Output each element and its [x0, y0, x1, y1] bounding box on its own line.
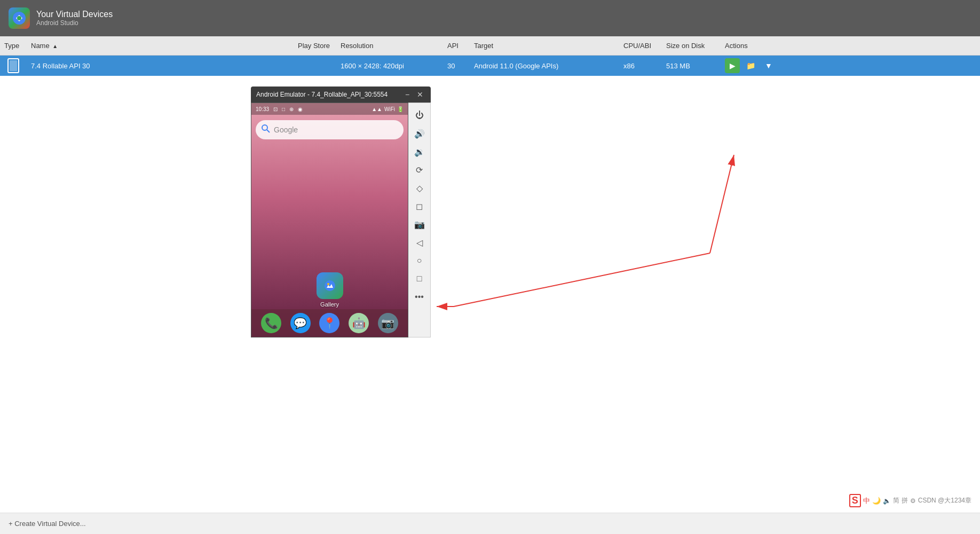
cpu-cell: x86: [619, 62, 662, 70]
col-header-target[interactable]: Target: [470, 42, 619, 50]
emulator-title: Android Emulator - 7.4_Rollable_API_30:5…: [256, 91, 388, 98]
search-icon: [261, 124, 271, 136]
watermark-sound: 🔈: [883, 497, 891, 505]
gallery-label: Gallery: [320, 301, 339, 308]
device-name: 7.4 Rollable API 30: [27, 62, 294, 70]
more-options-button[interactable]: •••: [412, 289, 428, 305]
red-arrows-overlay: [0, 76, 980, 513]
svg-point-4: [325, 280, 335, 291]
watermark-logo: S: [849, 494, 861, 507]
camera-button[interactable]: 📷: [412, 216, 428, 232]
volume-down-button[interactable]: 🔉: [412, 144, 428, 160]
svg-line-9: [710, 155, 734, 253]
run-button[interactable]: ▶: [725, 58, 740, 73]
table-header: Type Name ▲ Play Store Resolution API Ta…: [0, 36, 980, 56]
bottom-bar: + Create Virtual Device...: [0, 513, 980, 534]
watermark-pinyin: 拼: [902, 496, 908, 505]
status-icon-4: ◉: [298, 106, 303, 112]
battery-icon: 🔋: [397, 106, 404, 112]
svg-line-8: [454, 253, 710, 307]
actions-cell: ▶ 📁 ▼: [721, 58, 980, 73]
watermark: S 中 🌙 🔈 简 拼 ⚙ CSDN @大1234章: [849, 494, 971, 507]
watermark-settings-icon: ⚙: [910, 497, 916, 505]
status-icon-1: ⊡: [273, 106, 278, 112]
status-right: ▲▲ WiFi 🔋: [372, 106, 404, 112]
volume-up-button[interactable]: 🔊: [412, 125, 428, 142]
col-header-size[interactable]: Size on Disk: [662, 42, 721, 50]
svg-point-5: [327, 283, 329, 285]
title-bar: Your Virtual Devices Android Studio: [0, 0, 980, 36]
api-cell: 30: [443, 62, 470, 70]
screenshot-button[interactable]: ◇: [412, 180, 428, 196]
watermark-moon: 🌙: [872, 497, 881, 505]
folder-button[interactable]: 📁: [743, 58, 758, 73]
col-header-cpu[interactable]: CPU/ABI: [619, 42, 662, 50]
emulator-sidebar: ⏻ 🔊 🔉 ⟳ ◇ ◻ 📷 ◁ ○ □ •••: [408, 103, 431, 337]
fold-button[interactable]: ◻: [412, 198, 428, 214]
status-icon-3: ⊕: [289, 106, 294, 112]
android-dock-icon[interactable]: 🤖: [349, 313, 369, 333]
gallery-app[interactable]: Gallery: [317, 272, 343, 308]
title-text-block: Your Virtual Devices Android Studio: [36, 10, 113, 27]
svg-point-1: [17, 16, 21, 20]
status-left: 10:33 ⊡ □ ⊕ ◉: [256, 106, 303, 112]
tablet-icon: [7, 58, 19, 73]
messages-dock-icon[interactable]: 💬: [290, 313, 311, 333]
emulator-close[interactable]: ✕: [415, 89, 425, 100]
signal-icon: ▲▲: [372, 106, 382, 112]
rotate-button[interactable]: ⟳: [412, 162, 428, 178]
gallery-icon: [317, 272, 343, 299]
col-header-resolution[interactable]: Resolution: [336, 42, 443, 50]
more-button[interactable]: ▼: [761, 58, 776, 73]
phone-apps-area: Gallery: [251, 272, 408, 308]
power-button[interactable]: ⏻: [412, 107, 428, 123]
create-device-button[interactable]: + Create Virtual Device...: [9, 520, 86, 528]
watermark-zh: 中: [863, 496, 870, 506]
resolution-cell: 1600 × 2428: 420dpi: [336, 62, 443, 70]
status-time: 10:33: [256, 106, 269, 112]
back-button[interactable]: ◁: [412, 234, 428, 250]
emulator-titlebar: Android Emulator - 7.4_Rollable_API_30:5…: [251, 87, 431, 103]
col-header-name[interactable]: Name ▲: [27, 42, 294, 50]
status-icon-2: □: [282, 106, 285, 112]
emulator-controls: − ✕: [402, 89, 425, 100]
emulator-body: 10:33 ⊡ □ ⊕ ◉ ▲▲ WiFi 🔋: [251, 103, 431, 337]
phone-screen[interactable]: 10:33 ⊡ □ ⊕ ◉ ▲▲ WiFi 🔋: [251, 103, 408, 337]
sort-arrow-icon: ▲: [52, 43, 58, 49]
col-header-api[interactable]: API: [443, 42, 470, 50]
app-title: Your Virtual Devices: [36, 10, 113, 19]
search-placeholder: Google: [274, 125, 298, 134]
emulator-window: Android Emulator - 7.4_Rollable_API_30:5…: [251, 87, 431, 337]
col-header-playstore[interactable]: Play Store: [294, 42, 336, 50]
col-header-actions: Actions: [721, 42, 980, 50]
size-cell: 513 MB: [662, 62, 721, 70]
recents-button[interactable]: □: [412, 271, 428, 287]
camera-dock-icon[interactable]: 📷: [378, 313, 398, 333]
target-cell: Android 11.0 (Google APIs): [470, 62, 619, 70]
app-logo: [9, 7, 30, 29]
svg-point-2: [262, 125, 267, 130]
bottom-dock: 📞 💬 📍 🤖 📷: [251, 309, 408, 337]
phone-dock-icon[interactable]: 📞: [261, 313, 281, 333]
search-bar[interactable]: Google: [256, 120, 404, 139]
main-content: Android Emulator - 7.4_Rollable_API_30:5…: [0, 76, 980, 513]
table-row[interactable]: 7.4 Rollable API 30 1600 × 2428: 420dpi …: [0, 56, 980, 76]
col-header-type[interactable]: Type: [0, 42, 27, 50]
watermark-simple: 简: [893, 496, 899, 505]
wifi-icon: WiFi: [384, 106, 395, 112]
app-subtitle: Android Studio: [36, 19, 113, 27]
maps-dock-icon[interactable]: 📍: [319, 313, 339, 333]
home-button[interactable]: ○: [412, 253, 428, 269]
create-device-label: + Create Virtual Device...: [9, 520, 86, 528]
device-type-icon: [0, 58, 27, 73]
status-bar: 10:33 ⊡ □ ⊕ ◉ ▲▲ WiFi 🔋: [251, 103, 408, 115]
emulator-minimize[interactable]: −: [402, 89, 413, 100]
svg-line-3: [267, 130, 270, 132]
watermark-text: CSDN @大1234章: [918, 496, 971, 505]
